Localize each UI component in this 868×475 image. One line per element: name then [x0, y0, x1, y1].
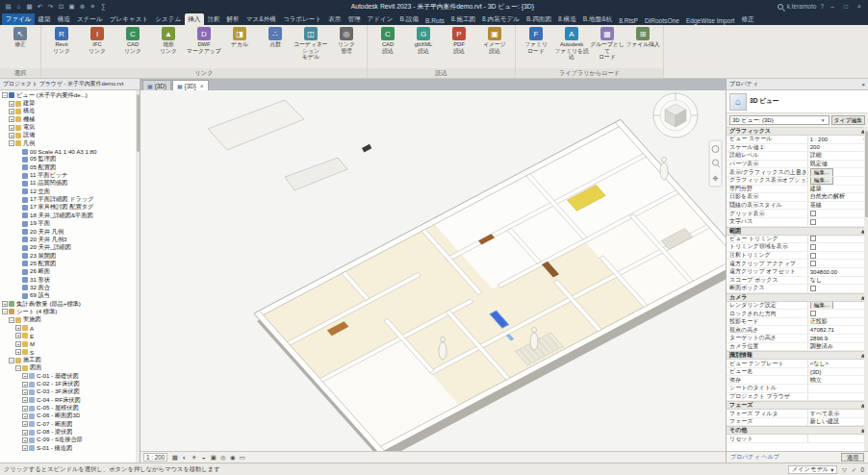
property-value[interactable]: 詳細: [807, 152, 868, 160]
tree-item[interactable]: +機械: [0, 115, 140, 123]
ribbon-tab[interactable]: 修正: [738, 13, 757, 25]
tree-item[interactable]: 25 配置図: [0, 260, 140, 267]
tree-item[interactable]: −施工図: [0, 356, 140, 363]
view-selector-combo[interactable]: 3D ビュー: {3D} ▾: [729, 115, 830, 125]
property-value[interactable]: 既定値: [807, 161, 868, 168]
checkbox[interactable]: [810, 253, 816, 259]
property-value[interactable]: [807, 252, 868, 260]
property-value[interactable]: 新しい建設: [807, 418, 868, 426]
property-value[interactable]: <なし>: [807, 360, 868, 367]
checkbox[interactable]: [810, 244, 816, 250]
checkbox[interactable]: [810, 261, 816, 266]
property-value[interactable]: なし: [807, 277, 868, 285]
checkbox[interactable]: [810, 219, 816, 225]
view-control-icon[interactable]: ▭: [238, 454, 246, 462]
ribbon-tab[interactable]: 注釈: [204, 13, 223, 25]
view-control-icon[interactable]: ◉: [228, 454, 237, 462]
qat-tool-icon[interactable]: ⊕: [78, 2, 87, 12]
tree-item[interactable]: +A: [0, 324, 140, 332]
help-icon[interactable]: ?: [820, 3, 824, 10]
property-value[interactable]: 200: [807, 144, 868, 152]
view-control-icon[interactable]: ▣: [209, 454, 217, 462]
tree-item[interactable]: −ビュー (米子平内案件de...): [0, 91, 140, 99]
qat-tool-icon[interactable]: ∑: [99, 2, 108, 12]
property-value[interactable]: 自然光の解析: [807, 193, 868, 201]
3d-view-canvas[interactable]: ✥: [140, 90, 726, 451]
property-value[interactable]: [807, 260, 868, 267]
ribbon-tab[interactable]: B.地盤&杭: [579, 13, 615, 25]
property-value[interactable]: [807, 285, 868, 292]
checkbox[interactable]: [810, 311, 816, 316]
tree-expander-icon[interactable]: +: [9, 125, 14, 131]
tree-item[interactable]: 26 断面: [0, 268, 140, 276]
tree-expander-icon[interactable]: +: [15, 341, 21, 347]
property-value[interactable]: [807, 393, 868, 401]
tree-item[interactable]: 00 Scale A1 1:40 A3 1:80: [0, 147, 140, 155]
tree-expander-icon[interactable]: −: [2, 92, 8, 98]
ribbon-button[interactable]: Fファミリ ロード: [519, 27, 553, 54]
ribbon-button[interactable]: AAutodesk ファミリを読込: [554, 27, 589, 61]
tree-expander-icon[interactable]: −: [9, 358, 14, 363]
ribbon-tab[interactable]: 挿入: [185, 13, 204, 25]
scale-selector[interactable]: 1 : 200: [143, 453, 167, 462]
properties-scrollbar-thumb[interactable]: [865, 131, 868, 217]
view-tab[interactable]: ▦(3D): [142, 80, 171, 90]
ribbon-tab[interactable]: マス&外構: [243, 13, 279, 25]
ribbon-button[interactable]: DDWF マークアップ: [187, 27, 221, 54]
ribbon-tab[interactable]: B.設備: [396, 13, 421, 25]
property-value[interactable]: 編集...: [807, 177, 868, 185]
tree-expander-icon[interactable]: −: [2, 309, 8, 314]
viewcube[interactable]: [653, 93, 698, 138]
qat-tool-icon[interactable]: ↶: [36, 2, 44, 12]
ribbon-tab[interactable]: スチール: [73, 13, 106, 25]
project-browser-header[interactable]: プロジェクト ブラウザ - 米子平内案件demo.rvt: [0, 79, 140, 90]
checkbox[interactable]: [810, 236, 816, 241]
property-value[interactable]: {3D}: [807, 368, 868, 376]
property-value[interactable]: [807, 310, 868, 317]
tree-expander-icon[interactable]: +: [22, 438, 28, 443]
tree-item[interactable]: 05 監理図: [0, 156, 140, 163]
ribbon-button[interactable]: ⊞ファイル挿入: [625, 27, 660, 48]
ribbon-tab[interactable]: DiRootsOne: [641, 15, 682, 25]
tree-item[interactable]: +S: [0, 348, 140, 356]
property-value[interactable]: [807, 243, 868, 251]
checkbox[interactable]: [810, 211, 816, 216]
tree-expander-icon[interactable]: +: [22, 373, 28, 379]
property-value[interactable]: すべて表示: [807, 410, 868, 417]
qat-tool-icon[interactable]: ↷: [46, 2, 55, 12]
ribbon-button[interactable]: RRevit リンク: [44, 27, 79, 54]
ribbon-button[interactable]: IIFC リンク: [80, 27, 115, 54]
status-tool-icon[interactable]: ✓: [850, 466, 857, 473]
property-value[interactable]: 独立: [807, 376, 868, 384]
tree-expander-icon[interactable]: +: [22, 413, 28, 419]
properties-close-icon[interactable]: ×: [862, 82, 865, 88]
tree-expander-icon[interactable]: +: [9, 116, 14, 122]
close-button[interactable]: ×: [855, 3, 864, 10]
tree-item[interactable]: −シート (4 標準): [0, 308, 140, 315]
ribbon-tab[interactable]: 表示: [325, 13, 345, 25]
browser-scrollbar-thumb[interactable]: [137, 94, 140, 152]
tree-item[interactable]: +S-01 - 構造図: [0, 444, 140, 452]
view-control-icon[interactable]: ◐: [180, 454, 189, 462]
tree-item[interactable]: 31 形状: [0, 276, 140, 284]
checkbox[interactable]: [810, 286, 816, 291]
view-tab[interactable]: ▦{3D}×: [172, 80, 209, 90]
qat-tool-icon[interactable]: ▤: [4, 2, 13, 12]
ribbon-button[interactable]: ∴点群: [258, 27, 293, 48]
edit-button[interactable]: 編集...: [810, 302, 833, 310]
tree-item[interactable]: 19 平面: [0, 220, 140, 228]
ribbon-button[interactable]: CCAD リンク: [115, 27, 150, 54]
property-value[interactable]: 建築: [807, 186, 868, 193]
ribbon-button[interactable]: ◎リンク 管理: [329, 27, 364, 54]
edit-button[interactable]: 編集...: [810, 177, 833, 185]
tree-item[interactable]: 11 品質関係図: [0, 180, 140, 188]
tree-expander-icon[interactable]: +: [22, 397, 28, 403]
qat-tool-icon[interactable]: ▦: [25, 2, 34, 12]
property-value[interactable]: 正投影: [807, 318, 868, 326]
tree-expander-icon[interactable]: +: [9, 133, 14, 138]
ribbon-tab[interactable]: 8.施工図: [447, 13, 478, 25]
apply-button[interactable]: 適用: [841, 453, 864, 462]
tree-expander-icon[interactable]: +: [2, 301, 8, 307]
type-selector[interactable]: ⌂ 3D ビュー: [727, 90, 868, 113]
close-view-tab-icon[interactable]: ×: [200, 83, 204, 89]
